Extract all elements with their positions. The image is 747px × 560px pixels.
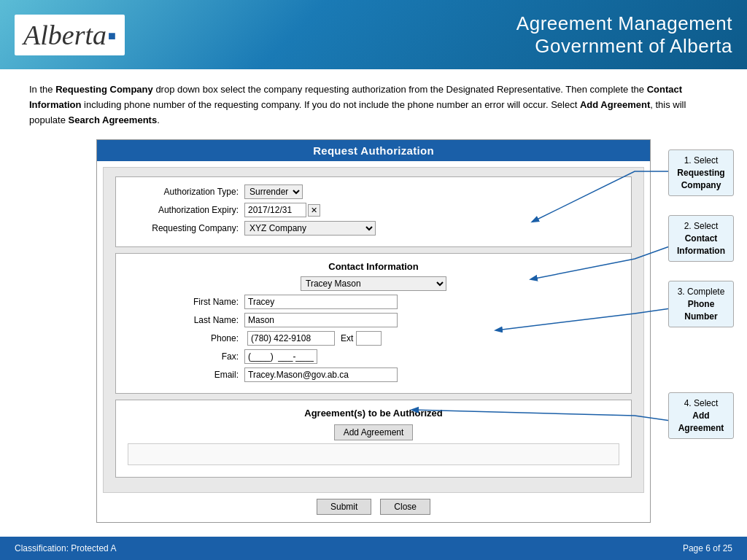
callout3-number: 3. Complete: [678, 287, 725, 297]
contact-section-title: Contact Information: [128, 261, 619, 272]
requesting-company-row: Requesting Company: XYZ Company: [128, 221, 619, 236]
request-body: Authorization Type: Surrender Authorizat…: [103, 167, 644, 493]
auth-type-row: Authorization Type: Surrender: [128, 184, 619, 199]
agreement-section: Agreement(s) to be Authorized Add Agreem…: [115, 400, 632, 478]
app-title-line1: Agreement Management: [516, 12, 732, 35]
callout1-number: 1. Select: [684, 155, 719, 166]
callout4-label: Add Agreement: [678, 411, 724, 433]
callout-select-contact-information: 2. Select Contact Information: [668, 215, 734, 262]
phone-label: Phone:: [128, 333, 244, 343]
email-label: Email:: [128, 370, 244, 380]
callout2-number: 2. Select: [684, 221, 719, 231]
auth-type-label: Authorization Type:: [128, 187, 244, 197]
first-name-row: First Name:: [128, 295, 619, 309]
callout3-label: Phone Number: [684, 299, 717, 322]
app-title-line2: Government of Alberta: [516, 35, 732, 58]
ext-input[interactable]: [356, 331, 382, 346]
ext-label: Ext: [341, 333, 353, 343]
form-button-row: Submit Close: [97, 499, 650, 515]
first-name-label: First Name:: [128, 297, 244, 307]
callout-complete-phone: 3. Complete Phone Number: [668, 281, 734, 327]
main-content: In the Requesting Company drop down box …: [0, 69, 747, 530]
phone-row: Phone: Ext: [128, 331, 619, 346]
header-title: Agreement Management Government of Alber…: [516, 12, 732, 58]
add-agreement-button[interactable]: Add Agreement: [334, 424, 414, 440]
last-name-label: Last Name:: [128, 315, 244, 325]
contact-dropdown-row: Tracey Mason: [128, 276, 619, 291]
page-info: Page 6 of 25: [683, 543, 732, 553]
header: Alberta■ Agreement Management Government…: [0, 0, 747, 69]
logo-text: Alberta: [23, 20, 107, 50]
first-name-input[interactable]: [244, 295, 398, 309]
add-agreement-bold: Add Agreement: [580, 99, 650, 110]
callout-select-requesting-company: 1. Select Requesting Company: [668, 149, 734, 196]
request-authorization-title: Request Authorization: [97, 140, 650, 161]
email-input[interactable]: [244, 368, 398, 382]
callout-add-agreement: 4. Select Add Agreement: [668, 392, 734, 439]
auth-type-select[interactable]: Surrender: [244, 184, 303, 199]
callout4-number: 4. Select: [684, 398, 719, 408]
contact-dropdown[interactable]: Tracey Mason: [301, 276, 446, 291]
agreement-section-title: Agreement(s) to be Authorized: [128, 408, 619, 419]
phone-input[interactable]: [247, 331, 335, 346]
logo-crown: ■: [108, 28, 116, 44]
agreement-table-area: [128, 443, 619, 465]
requesting-company-label: Requesting Company:: [128, 223, 244, 233]
auth-expiry-row: Authorization Expiry: ✕: [128, 203, 619, 217]
contact-information-section: Contact Information Tracey Mason First N…: [115, 253, 632, 394]
fax-input[interactable]: [244, 349, 317, 364]
classification-label: Classification: Protected A: [15, 543, 116, 553]
requesting-company-bold: Requesting Company: [55, 84, 153, 95]
intro-paragraph: In the Requesting Company drop down box …: [29, 82, 718, 128]
search-agreements-bold: Search Agreements: [69, 114, 158, 125]
fax-label: Fax:: [128, 351, 244, 362]
auth-expiry-input[interactable]: [244, 203, 306, 217]
last-name-row: Last Name:: [128, 313, 619, 327]
email-row: Email:: [128, 368, 619, 382]
callout2-label: Contact Information: [677, 233, 725, 256]
auth-expiry-clear-button[interactable]: ✕: [308, 204, 320, 217]
fax-row: Fax:: [128, 349, 619, 364]
request-authorization-box: Request Authorization Authorization Type…: [96, 139, 651, 523]
top-form-section: Authorization Type: Surrender Authorizat…: [115, 176, 632, 247]
auth-expiry-label: Authorization Expiry:: [128, 205, 244, 215]
last-name-input[interactable]: [244, 313, 398, 327]
callout1-label: Requesting Company: [677, 168, 724, 190]
footer: Classification: Protected A Page 6 of 25: [0, 537, 747, 560]
logo-area: Alberta■: [15, 15, 125, 55]
requesting-company-select[interactable]: XYZ Company: [244, 221, 376, 236]
submit-button[interactable]: Submit: [317, 499, 371, 515]
close-button[interactable]: Close: [380, 499, 430, 515]
